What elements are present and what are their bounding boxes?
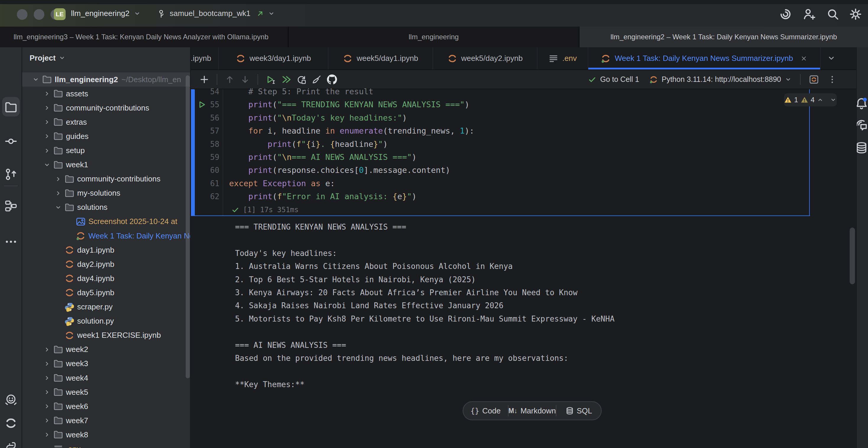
tree-item[interactable]: assets [22, 87, 190, 101]
editor-tab[interactable]: week3/day1.ipynb [219, 47, 329, 69]
project-folder-icon[interactable] [4, 101, 18, 114]
run-line-marker-icon[interactable] [197, 100, 206, 109]
tree-item[interactable]: week8 [22, 427, 190, 442]
chevron-right-icon[interactable] [43, 133, 51, 140]
editor-scrollbar[interactable] [850, 228, 855, 284]
tree-chevron[interactable] [41, 399, 53, 413]
run-all-icon[interactable] [281, 74, 291, 85]
tree-item[interactable]: scraper.py [22, 300, 190, 314]
window-close-button[interactable] [17, 9, 28, 20]
tree-item[interactable]: solution.py [22, 314, 190, 328]
chevron-right-icon[interactable] [43, 90, 51, 97]
chevron-right-icon[interactable] [43, 360, 51, 367]
chevron-down-icon[interactable] [785, 76, 792, 83]
window-minimize-button[interactable] [34, 9, 44, 20]
code-cell-editor[interactable]: # Step 5: Print the result print("=== TR… [229, 85, 474, 203]
tree-chevron[interactable] [41, 413, 53, 427]
window-tab[interactable]: llm_engineering [288, 27, 580, 47]
tree-item[interactable]: week1 [22, 158, 190, 172]
more-icon[interactable] [4, 235, 18, 248]
chevron-right-icon[interactable] [43, 389, 51, 396]
project-tree-scrollbar[interactable] [186, 75, 190, 378]
tree-chevron[interactable] [41, 357, 53, 371]
project-panel-header[interactable]: Project [30, 52, 66, 64]
chevron-right-icon[interactable] [43, 431, 51, 438]
chevron-right-icon[interactable] [43, 417, 51, 424]
ai-assistant-icon[interactable] [779, 8, 792, 21]
tree-item[interactable]: week3 [22, 357, 190, 371]
kebab-menu-icon[interactable] [828, 75, 837, 84]
commit-icon[interactable] [4, 135, 18, 148]
chevron-down-icon[interactable] [55, 204, 62, 211]
chevron-right-icon[interactable] [43, 375, 51, 382]
tree-item[interactable]: community-contributions [22, 172, 190, 186]
settings-gear-icon[interactable] [849, 8, 862, 21]
divider[interactable] [190, 47, 191, 448]
restart-kernel-icon[interactable] [296, 74, 306, 85]
notifications-icon[interactable] [855, 97, 868, 110]
jupyter-mono-icon[interactable] [4, 417, 18, 430]
editor-tab[interactable]: Week 1 Task: Daily Kenyan News Summarize… [588, 47, 821, 69]
tree-item[interactable]: week7 [22, 413, 190, 427]
prev-problem-chevron-icon[interactable] [817, 96, 824, 103]
chevron-right-icon[interactable] [43, 403, 51, 410]
pull-requests-icon[interactable] [4, 168, 18, 181]
tree-item[interactable]: solutions [22, 200, 190, 215]
clear-outputs-icon[interactable] [312, 74, 322, 85]
tree-item[interactable]: week1 EXERCISE.ipynb [22, 328, 190, 343]
chevron-down-icon[interactable] [134, 10, 141, 17]
python-mono-icon[interactable] [4, 440, 18, 448]
editor-tab[interactable]: week5/day1.ipynb [329, 47, 433, 69]
tree-item[interactable]: setup [22, 143, 190, 158]
tree-chevron[interactable] [52, 172, 64, 186]
database-icon[interactable] [855, 141, 868, 154]
tree-item[interactable]: extras [22, 115, 190, 129]
next-problem-chevron-icon[interactable] [830, 96, 837, 103]
project-name[interactable]: llm_engineering2 [71, 0, 129, 27]
chevron-down-icon[interactable] [59, 54, 66, 61]
tree-item[interactable]: week4 [22, 371, 190, 385]
editor-tab[interactable]: .env [537, 47, 588, 69]
tree-chevron[interactable] [41, 343, 53, 357]
chevron-right-icon[interactable] [43, 119, 51, 126]
tree-chevron[interactable] [41, 427, 53, 442]
chevron-right-icon[interactable] [55, 190, 62, 197]
window-tab[interactable]: llm_engineering3 – Week 1 Task: Kenyan D… [0, 27, 288, 47]
github-icon[interactable] [327, 74, 337, 85]
tree-item[interactable]: Week 1 Task: Daily Kenyan News Summarize… [22, 229, 190, 243]
tree-chevron[interactable] [41, 129, 53, 143]
tree-item[interactable]: day1.ipynb [22, 243, 190, 257]
tree-chevron[interactable] [41, 87, 53, 101]
inspections-widget[interactable]: 1 4 [784, 93, 837, 106]
tree-item[interactable]: guides [22, 129, 190, 143]
tree-item[interactable]: week6 [22, 399, 190, 413]
tree-item[interactable]: community-contributions [22, 101, 190, 115]
tree-chevron[interactable] [41, 101, 53, 115]
add-cell-icon[interactable] [199, 74, 209, 85]
tree-item[interactable]: week2 [22, 343, 190, 357]
tree-chevron[interactable] [41, 158, 53, 172]
tree-item[interactable]: day2.ipynb [22, 257, 190, 271]
tree-item[interactable]: day5.ipynb [22, 285, 190, 300]
chevron-right-icon[interactable] [43, 346, 51, 353]
tree-item[interactable]: .env [22, 442, 190, 448]
run-cell-icon[interactable] [266, 74, 276, 85]
tree-chevron[interactable] [52, 200, 64, 215]
tree-chevron[interactable] [52, 186, 64, 200]
sql-cell-button[interactable]: SQL [556, 402, 601, 420]
branch-name[interactable]: samuel_bootcamp_wk1 [170, 0, 250, 27]
chevron-down-icon[interactable] [268, 10, 275, 17]
jupyter-console-icon[interactable] [809, 74, 819, 85]
structure-icon[interactable] [4, 199, 18, 213]
editor-tab[interactable]: week5/day2.ipynb [433, 47, 537, 69]
search-icon[interactable] [826, 8, 839, 21]
add-user-icon[interactable] [803, 8, 816, 21]
window-tab[interactable]: llm_engineering2 – Week 1 Task: Daily Ke… [580, 27, 868, 47]
chevron-down-icon[interactable] [32, 76, 39, 83]
code-cell-button[interactable]: {}Code [463, 402, 508, 420]
tree-item[interactable]: llm_engineering2~/Desktop/llm_en [22, 72, 190, 87]
kernel-selector[interactable]: Python 3.11.14: http://localhost:8890 [662, 75, 781, 84]
go-to-cell-button[interactable]: Go to Cell 1 [600, 75, 639, 84]
tree-item[interactable]: day4.ipynb [22, 271, 190, 285]
chevron-right-icon[interactable] [43, 104, 51, 111]
